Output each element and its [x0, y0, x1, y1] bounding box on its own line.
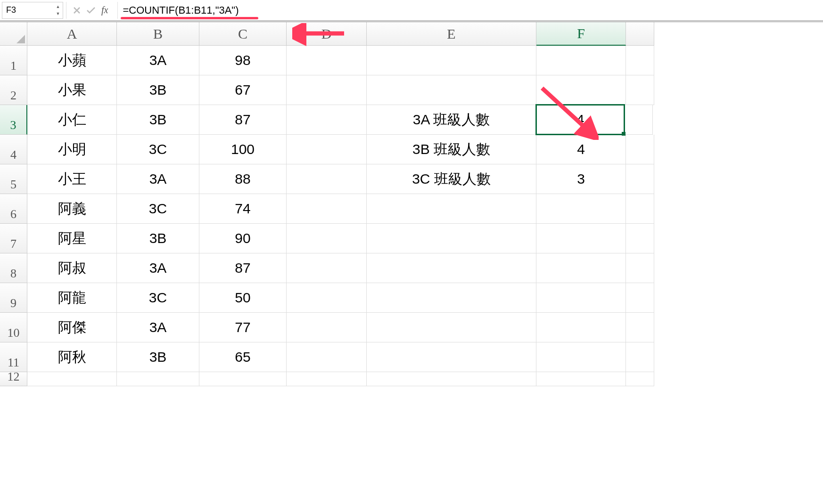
row-header-11[interactable]: 11 — [0, 342, 27, 372]
cell-C2[interactable]: 67 — [199, 75, 287, 105]
cell-D12[interactable] — [287, 372, 367, 386]
cell-E2[interactable] — [367, 75, 536, 105]
cell-G4[interactable] — [626, 135, 654, 164]
select-all-corner[interactable] — [0, 22, 27, 46]
cell-F6[interactable] — [536, 194, 626, 224]
cell-E12[interactable] — [367, 372, 536, 386]
column-header-extra[interactable] — [626, 22, 654, 46]
column-header-E[interactable]: E — [367, 22, 536, 46]
row-header-10[interactable]: 10 — [0, 313, 27, 342]
cell-G7[interactable] — [626, 224, 654, 253]
cell-G12[interactable] — [626, 372, 654, 386]
cell-D4[interactable] — [287, 135, 367, 164]
cell-E3[interactable]: 3A 班級人數 — [367, 105, 536, 135]
cell-C4[interactable]: 100 — [199, 135, 287, 164]
cell-C1[interactable]: 98 — [199, 46, 287, 75]
name-box[interactable]: F3 ▲ ▼ — [2, 2, 63, 19]
cell-C6[interactable]: 74 — [199, 194, 287, 224]
cell-E4[interactable]: 3B 班級人數 — [367, 135, 536, 164]
cell-A12[interactable] — [27, 372, 117, 386]
cell-B1[interactable]: 3A — [117, 46, 199, 75]
cell-C9[interactable]: 50 — [199, 283, 287, 313]
fx-label[interactable]: fx — [101, 5, 111, 16]
cell-A1[interactable]: 小蘋 — [27, 46, 117, 75]
cell-G6[interactable] — [626, 194, 654, 224]
cell-G5[interactable] — [626, 164, 654, 194]
cell-B9[interactable]: 3C — [117, 283, 199, 313]
cell-E6[interactable] — [367, 194, 536, 224]
cell-D2[interactable] — [287, 75, 367, 105]
cell-C11[interactable]: 65 — [199, 342, 287, 372]
cell-G9[interactable] — [626, 283, 654, 313]
cell-B10[interactable]: 3A — [117, 313, 199, 342]
cell-C7[interactable]: 90 — [199, 224, 287, 253]
cell-D7[interactable] — [287, 224, 367, 253]
cell-B12[interactable] — [117, 372, 199, 386]
cell-G2[interactable] — [626, 75, 654, 105]
stepper-up-icon[interactable]: ▲ — [54, 3, 62, 10]
cell-D8[interactable] — [287, 253, 367, 283]
row-header-4[interactable]: 4 — [0, 135, 27, 164]
cell-G8[interactable] — [626, 253, 654, 283]
row-header-12[interactable]: 12 — [0, 372, 27, 386]
cell-G10[interactable] — [626, 313, 654, 342]
cell-B8[interactable]: 3A — [117, 253, 199, 283]
cell-G3[interactable] — [625, 105, 653, 135]
cancel-formula-icon[interactable] — [73, 7, 81, 14]
cell-C8[interactable]: 87 — [199, 253, 287, 283]
cell-F12[interactable] — [536, 372, 626, 386]
stepper-down-icon[interactable]: ▼ — [54, 10, 62, 17]
cell-B11[interactable]: 3B — [117, 342, 199, 372]
cell-D10[interactable] — [287, 313, 367, 342]
cell-F11[interactable] — [536, 342, 626, 372]
cell-B4[interactable]: 3C — [117, 135, 199, 164]
cell-D9[interactable] — [287, 283, 367, 313]
row-header-2[interactable]: 2 — [0, 75, 27, 105]
cell-A11[interactable]: 阿秋 — [27, 342, 117, 372]
cell-E8[interactable] — [367, 253, 536, 283]
formula-input[interactable]: =COUNTIF(B1:B11,"3A") — [123, 4, 821, 16]
cell-B6[interactable]: 3C — [117, 194, 199, 224]
cell-D1[interactable] — [287, 46, 367, 75]
cell-A2[interactable]: 小果 — [27, 75, 117, 105]
cell-D3[interactable] — [287, 105, 367, 135]
cell-E9[interactable] — [367, 283, 536, 313]
cell-B2[interactable]: 3B — [117, 75, 199, 105]
column-header-B[interactable]: B — [117, 22, 199, 46]
cell-F5[interactable]: 3 — [536, 164, 626, 194]
cell-C10[interactable]: 77 — [199, 313, 287, 342]
cell-A4[interactable]: 小明 — [27, 135, 117, 164]
cell-F1[interactable] — [536, 46, 626, 75]
row-header-1[interactable]: 1 — [0, 46, 27, 75]
cell-B3[interactable]: 3B — [117, 105, 199, 135]
cell-A5[interactable]: 小王 — [27, 164, 117, 194]
cell-E11[interactable] — [367, 342, 536, 372]
row-header-9[interactable]: 9 — [0, 283, 27, 313]
cell-C5[interactable]: 88 — [199, 164, 287, 194]
cell-A9[interactable]: 阿龍 — [27, 283, 117, 313]
cell-F10[interactable] — [536, 313, 626, 342]
cell-A10[interactable]: 阿傑 — [27, 313, 117, 342]
cell-G1[interactable] — [626, 46, 654, 75]
cell-E7[interactable] — [367, 224, 536, 253]
cell-A7[interactable]: 阿星 — [27, 224, 117, 253]
cell-G11[interactable] — [626, 342, 654, 372]
row-header-5[interactable]: 5 — [0, 164, 27, 194]
cell-A6[interactable]: 阿義 — [27, 194, 117, 224]
cell-C3[interactable]: 87 — [199, 105, 287, 135]
row-header-3[interactable]: 3 — [0, 105, 27, 135]
row-header-8[interactable]: 8 — [0, 253, 27, 283]
cell-E5[interactable]: 3C 班級人數 — [367, 164, 536, 194]
row-header-7[interactable]: 7 — [0, 224, 27, 253]
cell-A3[interactable]: 小仁 — [27, 105, 117, 135]
cell-F9[interactable] — [536, 283, 626, 313]
confirm-formula-icon[interactable] — [86, 7, 96, 14]
cell-E10[interactable] — [367, 313, 536, 342]
row-header-6[interactable]: 6 — [0, 194, 27, 224]
column-header-A[interactable]: A — [27, 22, 117, 46]
cell-D5[interactable] — [287, 164, 367, 194]
column-header-F[interactable]: F — [536, 22, 626, 46]
column-header-C[interactable]: C — [199, 22, 287, 46]
cell-D11[interactable] — [287, 342, 367, 372]
cell-F7[interactable] — [536, 224, 626, 253]
